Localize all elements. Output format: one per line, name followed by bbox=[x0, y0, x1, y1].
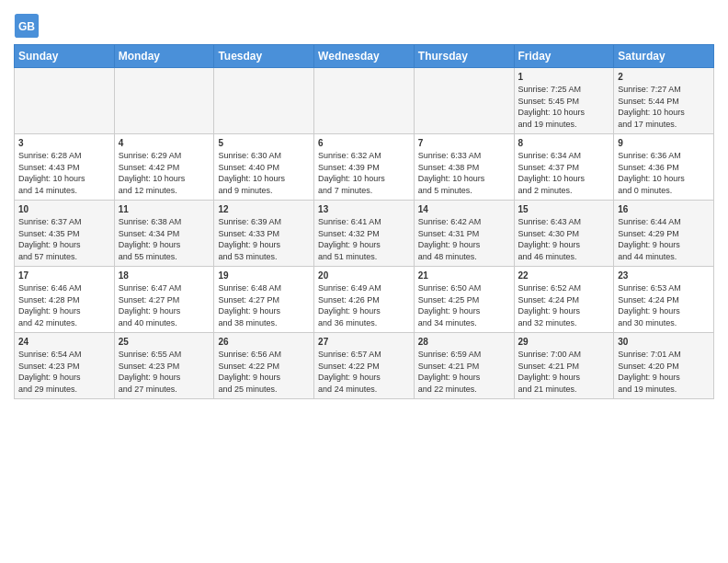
day-cell: 24Sunrise: 6:54 AMSunset: 4:23 PMDayligh… bbox=[15, 333, 115, 399]
day-cell: 18Sunrise: 6:47 AMSunset: 4:27 PMDayligh… bbox=[114, 267, 214, 333]
day-cell: 26Sunrise: 6:56 AMSunset: 4:22 PMDayligh… bbox=[214, 333, 314, 399]
day-cell: 3Sunrise: 6:28 AMSunset: 4:43 PMDaylight… bbox=[15, 134, 115, 201]
day-number: 1 bbox=[518, 72, 610, 82]
day-number: 25 bbox=[119, 337, 210, 347]
day-cell: 14Sunrise: 6:42 AMSunset: 4:31 PMDayligh… bbox=[414, 201, 514, 267]
day-number: 6 bbox=[318, 138, 410, 148]
day-number: 2 bbox=[618, 72, 710, 82]
day-cell bbox=[214, 68, 314, 134]
day-cell: 19Sunrise: 6:48 AMSunset: 4:27 PMDayligh… bbox=[214, 267, 314, 333]
day-number: 20 bbox=[318, 270, 410, 281]
day-info: Sunrise: 7:27 AMSunset: 5:44 PMDaylight:… bbox=[618, 84, 710, 130]
day-info: Sunrise: 6:33 AMSunset: 4:38 PMDaylight:… bbox=[418, 150, 510, 196]
day-cell: 5Sunrise: 6:30 AMSunset: 4:40 PMDaylight… bbox=[214, 134, 314, 201]
day-number: 5 bbox=[218, 138, 310, 148]
week-row-5: 24Sunrise: 6:54 AMSunset: 4:23 PMDayligh… bbox=[15, 333, 714, 399]
day-info: Sunrise: 6:44 AMSunset: 4:29 PMDaylight:… bbox=[618, 216, 710, 262]
col-tuesday: Tuesday bbox=[214, 45, 314, 68]
day-info: Sunrise: 6:52 AMSunset: 4:24 PMDaylight:… bbox=[518, 282, 610, 328]
day-cell: 27Sunrise: 6:57 AMSunset: 4:22 PMDayligh… bbox=[314, 333, 415, 399]
day-info: Sunrise: 6:56 AMSunset: 4:22 PMDaylight:… bbox=[218, 349, 310, 395]
day-cell: 8Sunrise: 6:34 AMSunset: 4:37 PMDaylight… bbox=[514, 134, 614, 201]
day-info: Sunrise: 6:47 AMSunset: 4:27 PMDaylight:… bbox=[119, 282, 210, 328]
day-info: Sunrise: 6:53 AMSunset: 4:24 PMDaylight:… bbox=[618, 282, 710, 328]
day-cell: 29Sunrise: 7:00 AMSunset: 4:21 PMDayligh… bbox=[514, 333, 614, 399]
day-cell: 25Sunrise: 6:55 AMSunset: 4:23 PMDayligh… bbox=[114, 333, 214, 399]
day-info: Sunrise: 6:42 AMSunset: 4:31 PMDaylight:… bbox=[418, 216, 510, 262]
day-number: 16 bbox=[618, 204, 710, 214]
calendar-header-row: Sunday Monday Tuesday Wednesday Thursday… bbox=[15, 45, 714, 68]
day-number: 28 bbox=[418, 337, 510, 347]
day-number: 19 bbox=[218, 270, 310, 281]
calendar-table: Sunday Monday Tuesday Wednesday Thursday… bbox=[14, 44, 714, 399]
calendar-page: GB Sunday Monday Tuesday Wednesday Thurs… bbox=[0, 0, 728, 563]
col-monday: Monday bbox=[114, 45, 214, 68]
day-cell: 7Sunrise: 6:33 AMSunset: 4:38 PMDaylight… bbox=[414, 134, 514, 201]
day-info: Sunrise: 6:39 AMSunset: 4:33 PMDaylight:… bbox=[218, 216, 310, 262]
svg-text:GB: GB bbox=[18, 20, 35, 33]
day-info: Sunrise: 6:48 AMSunset: 4:27 PMDaylight:… bbox=[218, 282, 310, 328]
day-number: 27 bbox=[318, 337, 410, 347]
day-number: 15 bbox=[518, 204, 610, 214]
day-number: 23 bbox=[618, 270, 710, 281]
day-cell: 22Sunrise: 6:52 AMSunset: 4:24 PMDayligh… bbox=[514, 267, 614, 333]
week-row-2: 3Sunrise: 6:28 AMSunset: 4:43 PMDaylight… bbox=[15, 134, 714, 201]
day-info: Sunrise: 6:41 AMSunset: 4:32 PMDaylight:… bbox=[318, 216, 410, 262]
day-info: Sunrise: 6:43 AMSunset: 4:30 PMDaylight:… bbox=[518, 216, 610, 262]
day-info: Sunrise: 7:25 AMSunset: 5:45 PMDaylight:… bbox=[518, 84, 610, 130]
day-info: Sunrise: 6:37 AMSunset: 4:35 PMDaylight:… bbox=[18, 216, 110, 262]
day-cell: 13Sunrise: 6:41 AMSunset: 4:32 PMDayligh… bbox=[314, 201, 415, 267]
day-info: Sunrise: 6:30 AMSunset: 4:40 PMDaylight:… bbox=[218, 150, 310, 196]
day-info: Sunrise: 6:55 AMSunset: 4:23 PMDaylight:… bbox=[119, 349, 210, 395]
day-cell bbox=[414, 68, 514, 134]
day-info: Sunrise: 6:38 AMSunset: 4:34 PMDaylight:… bbox=[119, 216, 210, 262]
day-number: 8 bbox=[518, 138, 610, 148]
day-info: Sunrise: 6:59 AMSunset: 4:21 PMDaylight:… bbox=[418, 349, 510, 395]
day-number: 9 bbox=[618, 138, 710, 148]
logo: GB bbox=[14, 13, 41, 39]
day-cell: 1Sunrise: 7:25 AMSunset: 5:45 PMDaylight… bbox=[514, 68, 614, 134]
day-number: 4 bbox=[119, 138, 210, 148]
day-number: 13 bbox=[318, 204, 410, 214]
day-number: 12 bbox=[218, 204, 310, 214]
day-info: Sunrise: 6:36 AMSunset: 4:36 PMDaylight:… bbox=[618, 150, 710, 196]
day-cell: 15Sunrise: 6:43 AMSunset: 4:30 PMDayligh… bbox=[514, 201, 614, 267]
day-number: 18 bbox=[119, 270, 210, 281]
day-cell: 2Sunrise: 7:27 AMSunset: 5:44 PMDaylight… bbox=[614, 68, 714, 134]
day-info: Sunrise: 6:50 AMSunset: 4:25 PMDaylight:… bbox=[418, 282, 510, 328]
day-cell: 11Sunrise: 6:38 AMSunset: 4:34 PMDayligh… bbox=[114, 201, 214, 267]
day-number: 17 bbox=[18, 270, 110, 281]
day-number: 11 bbox=[119, 204, 210, 214]
day-number: 26 bbox=[218, 337, 310, 347]
day-number: 14 bbox=[418, 204, 510, 214]
day-cell: 12Sunrise: 6:39 AMSunset: 4:33 PMDayligh… bbox=[214, 201, 314, 267]
day-cell: 23Sunrise: 6:53 AMSunset: 4:24 PMDayligh… bbox=[614, 267, 714, 333]
col-friday: Friday bbox=[514, 45, 614, 68]
day-cell: 4Sunrise: 6:29 AMSunset: 4:42 PMDaylight… bbox=[114, 134, 214, 201]
day-info: Sunrise: 6:57 AMSunset: 4:22 PMDaylight:… bbox=[318, 349, 410, 395]
day-info: Sunrise: 6:34 AMSunset: 4:37 PMDaylight:… bbox=[518, 150, 610, 196]
week-row-1: 1Sunrise: 7:25 AMSunset: 5:45 PMDaylight… bbox=[15, 68, 714, 134]
day-number: 10 bbox=[18, 204, 110, 214]
day-info: Sunrise: 6:29 AMSunset: 4:42 PMDaylight:… bbox=[119, 150, 210, 196]
col-sunday: Sunday bbox=[15, 45, 115, 68]
day-number: 21 bbox=[418, 270, 510, 281]
day-number: 3 bbox=[18, 138, 110, 148]
day-number: 24 bbox=[18, 337, 110, 347]
logo-icon: GB bbox=[14, 13, 40, 39]
day-cell: 17Sunrise: 6:46 AMSunset: 4:28 PMDayligh… bbox=[15, 267, 115, 333]
day-cell: 21Sunrise: 6:50 AMSunset: 4:25 PMDayligh… bbox=[414, 267, 514, 333]
day-number: 29 bbox=[518, 337, 610, 347]
day-info: Sunrise: 6:46 AMSunset: 4:28 PMDaylight:… bbox=[18, 282, 110, 328]
week-row-3: 10Sunrise: 6:37 AMSunset: 4:35 PMDayligh… bbox=[15, 201, 714, 267]
day-cell: 20Sunrise: 6:49 AMSunset: 4:26 PMDayligh… bbox=[314, 267, 415, 333]
day-info: Sunrise: 6:32 AMSunset: 4:39 PMDaylight:… bbox=[318, 150, 410, 196]
col-wednesday: Wednesday bbox=[314, 45, 415, 68]
col-thursday: Thursday bbox=[414, 45, 514, 68]
col-saturday: Saturday bbox=[614, 45, 714, 68]
page-header: GB bbox=[14, 9, 714, 39]
day-number: 7 bbox=[418, 138, 510, 148]
day-cell: 16Sunrise: 6:44 AMSunset: 4:29 PMDayligh… bbox=[614, 201, 714, 267]
day-cell bbox=[314, 68, 415, 134]
day-cell: 30Sunrise: 7:01 AMSunset: 4:20 PMDayligh… bbox=[614, 333, 714, 399]
